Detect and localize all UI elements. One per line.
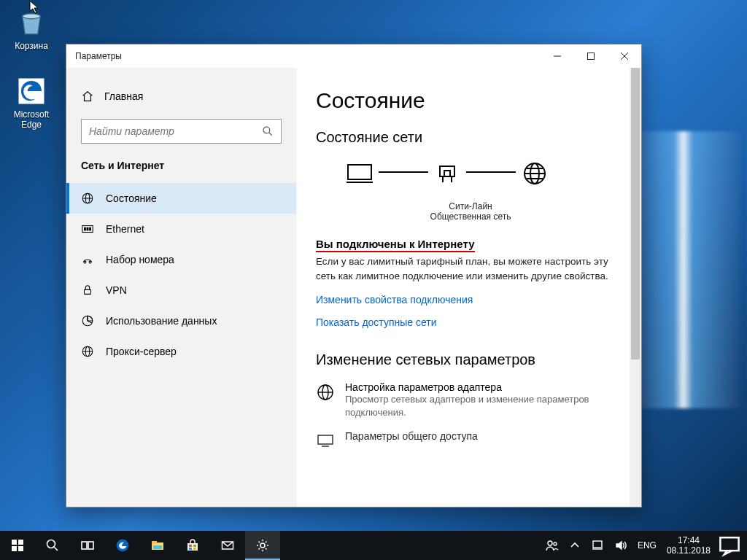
store-icon: [185, 538, 200, 553]
search-icon: [45, 538, 60, 553]
search-button[interactable]: [35, 531, 70, 560]
sidebar-item-vpn[interactable]: VPN: [66, 275, 296, 306]
option-subtitle: Просмотр сетевых адаптеров и изменение п…: [345, 393, 622, 419]
desktop-icon-edge[interactable]: Microsoft Edge: [4, 76, 58, 130]
adapter-icon: [316, 383, 335, 402]
sidebar-item-label: Состояние: [106, 192, 157, 204]
tray-volume[interactable]: [610, 531, 633, 560]
svg-rect-17: [85, 289, 91, 294]
svg-rect-43: [18, 546, 23, 551]
svg-rect-47: [88, 542, 93, 549]
edge-icon: [16, 76, 47, 106]
option-sharing-settings[interactable]: Параметры общего доступа: [316, 430, 622, 451]
volume-icon: [614, 538, 629, 553]
maximize-button[interactable]: [574, 44, 608, 68]
taskbar-app-store[interactable]: [175, 531, 210, 560]
svg-rect-51: [153, 545, 162, 549]
globe-status-icon: [81, 192, 94, 205]
svg-rect-50: [152, 541, 157, 543]
svg-line-45: [55, 548, 58, 551]
chevron-up-icon: [568, 538, 582, 553]
task-view-icon: [80, 538, 95, 553]
svg-rect-40: [12, 540, 17, 545]
tray-time: 17:44: [667, 535, 711, 545]
connected-body: Если у вас лимитный тарифный план, вы мо…: [316, 254, 622, 283]
system-tray: ENG 17:44 08.11.2018: [540, 531, 747, 560]
network-name: Сити-Лайн: [361, 201, 580, 211]
tray-language[interactable]: ENG: [633, 540, 661, 551]
svg-point-58: [260, 543, 265, 548]
file-explorer-icon: [150, 538, 165, 553]
svg-rect-14: [90, 228, 91, 230]
connected-heading: Вы подключены к Интернету: [316, 238, 622, 250]
globe-icon: [520, 159, 549, 188]
sharing-icon: [316, 432, 335, 451]
sidebar-item-proxy[interactable]: Прокси-сервер: [66, 336, 296, 367]
svg-rect-3: [588, 53, 595, 60]
sidebar-item-label: Ethernet: [106, 223, 144, 235]
start-button[interactable]: [0, 531, 35, 560]
sidebar-item-status[interactable]: Состояние: [66, 183, 296, 214]
gear-icon: [255, 538, 270, 553]
tray-notifications[interactable]: [716, 531, 743, 560]
sidebar-home[interactable]: Главная: [66, 84, 296, 109]
home-icon: [81, 90, 94, 103]
taskbar-app-explorer[interactable]: [140, 531, 175, 560]
taskbar: ENG 17:44 08.11.2018: [0, 531, 747, 560]
sidebar-item-dialup[interactable]: Набор номера: [66, 244, 296, 275]
task-view-button[interactable]: [70, 531, 105, 560]
show-desktop-button[interactable]: [743, 531, 747, 560]
svg-rect-13: [87, 228, 88, 230]
router-icon: [433, 159, 462, 188]
sidebar-category: Сеть и Интернет: [66, 160, 296, 183]
scrollbar-thumb[interactable]: [631, 68, 640, 359]
sidebar-home-label: Главная: [104, 90, 143, 102]
sidebar-item-label: VPN: [106, 284, 127, 296]
taskbar-app-edge[interactable]: [105, 531, 140, 560]
sidebar-item-label: Прокси-сервер: [106, 346, 177, 357]
option-adapter-settings[interactable]: Настройка параметров адаптера Просмотр с…: [316, 381, 622, 419]
network-icon: [591, 538, 605, 553]
sidebar-search[interactable]: [81, 119, 282, 144]
svg-rect-63: [720, 537, 738, 551]
titlebar[interactable]: Параметры: [66, 44, 641, 68]
ethernet-icon: [81, 222, 94, 236]
close-button[interactable]: [608, 44, 641, 68]
proxy-icon: [81, 345, 94, 358]
pc-icon: [345, 159, 374, 188]
windows-icon: [10, 538, 25, 553]
link-show-available-networks[interactable]: Показать доступные сети: [316, 316, 437, 328]
svg-rect-27: [444, 171, 450, 176]
svg-rect-54: [193, 545, 196, 547]
tray-network[interactable]: [587, 531, 610, 560]
content-pane: Состояние Состояние сети С: [297, 68, 641, 507]
vpn-icon: [81, 284, 94, 297]
mail-icon: [220, 538, 235, 553]
svg-point-6: [263, 127, 270, 133]
svg-line-7: [269, 133, 272, 136]
sidebar-item-datausage[interactable]: Использование данных: [66, 306, 296, 336]
tray-people[interactable]: [540, 531, 563, 560]
sidebar-item-ethernet[interactable]: Ethernet: [66, 214, 296, 244]
tray-date: 08.11.2018: [667, 545, 711, 556]
minimize-button[interactable]: [541, 44, 574, 68]
search-input[interactable]: [82, 125, 262, 137]
content-scrollbar[interactable]: [630, 68, 641, 507]
edge-icon: [115, 538, 130, 553]
taskbar-app-mail[interactable]: [210, 531, 245, 560]
network-type: Общественная сеть: [361, 211, 580, 222]
svg-rect-46: [82, 542, 87, 549]
sidebar-item-label: Набор номера: [106, 254, 174, 265]
sidebar: Главная Сеть и Интернет Состояние Ethern…: [66, 68, 297, 507]
section-heading: Изменение сетевых параметров: [316, 351, 622, 368]
settings-window: Параметры Главная Сеть и Интернет Состоя…: [66, 44, 642, 508]
people-icon: [544, 538, 559, 553]
svg-rect-53: [189, 545, 192, 547]
taskbar-app-settings[interactable]: [245, 531, 280, 560]
svg-point-48: [117, 540, 129, 552]
svg-rect-38: [318, 435, 333, 444]
dialup-icon: [81, 253, 94, 266]
link-change-connection-props[interactable]: Изменить свойства подключения: [316, 294, 473, 306]
tray-clock[interactable]: 17:44 08.11.2018: [661, 535, 716, 556]
tray-overflow[interactable]: [563, 531, 587, 560]
